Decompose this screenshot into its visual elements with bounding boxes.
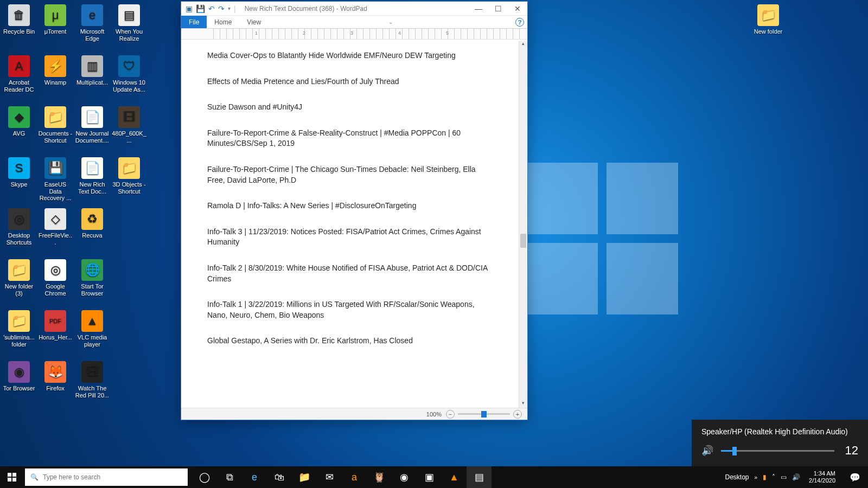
desktop-icon[interactable]: eMicrosoft Edge bbox=[75, 4, 110, 42]
desktop-icon[interactable]: 🎞480P_600K_... bbox=[112, 106, 146, 144]
help-button[interactable]: ? bbox=[515, 18, 524, 27]
taskbar-app-wordpad[interactable]: ▤ bbox=[467, 466, 492, 488]
document-paragraph[interactable]: Info-Talk 3 | 11/23/2019: Notices Posted… bbox=[207, 227, 489, 248]
desktop-icon[interactable]: 📁Documents - Shortcut bbox=[38, 106, 73, 144]
icon-glyph: 🛡 bbox=[118, 55, 140, 77]
qat-redo-icon[interactable]: ↷ bbox=[218, 4, 225, 13]
desktop-icon[interactable]: SSkype bbox=[2, 157, 36, 188]
taskbar-app-generic-circle[interactable]: ◉ bbox=[392, 466, 417, 488]
taskbar-app-mail[interactable]: ✉ bbox=[317, 466, 342, 488]
taskbar[interactable]: 🔍 Type here to search ◯ ⧉ e 🛍 📁 ✉ a 🦉 ◉ … bbox=[0, 466, 868, 488]
desktop-icon[interactable]: 📁New folder bbox=[751, 4, 786, 35]
icon-glyph: ♻ bbox=[81, 208, 103, 230]
desktop-icon[interactable]: μμTorrent bbox=[38, 4, 73, 35]
vertical-scrollbar[interactable]: ▴ ▾ bbox=[519, 41, 527, 408]
document-paragraph[interactable]: Failure-To-Report-Crime | The Chicago Su… bbox=[207, 164, 489, 185]
scroll-up-button[interactable]: ▴ bbox=[519, 41, 527, 48]
desktop-icon[interactable]: 📄New Rich Text Doc... bbox=[75, 157, 110, 195]
desktop-icon[interactable]: 📁3D Objects - Shortcut bbox=[112, 157, 146, 195]
scroll-thumb[interactable] bbox=[520, 234, 526, 248]
cortana-icon[interactable]: ◯ bbox=[192, 466, 217, 488]
document-paragraph[interactable]: Failure-To-Report-Crime & False-Reality-… bbox=[207, 128, 489, 149]
icon-glyph: 🦊 bbox=[44, 361, 66, 383]
desktop-icon[interactable]: ◎Google Chrome bbox=[38, 259, 73, 297]
ruler[interactable]: 12345 bbox=[181, 29, 527, 40]
desktop-icon[interactable]: ⚡Winamp bbox=[38, 55, 73, 86]
desktop-icon[interactable]: ▥Multiplicat... bbox=[75, 55, 110, 86]
desktop-icon[interactable]: ◎Desktop Shortcuts bbox=[2, 208, 36, 246]
maximize-button[interactable]: ☐ bbox=[488, 2, 508, 16]
tray-app-icon[interactable]: ▮ bbox=[763, 473, 767, 481]
minimize-button[interactable]: — bbox=[469, 2, 488, 16]
document-paragraph[interactable]: Global Gestapo, A Series with Dr. Eric K… bbox=[207, 336, 489, 346]
desktop-icon[interactable]: AAcrobat Reader DC bbox=[2, 55, 36, 93]
qat-undo-icon[interactable]: ↶ bbox=[208, 4, 215, 13]
desktop-icon[interactable]: 🦊Firefox bbox=[38, 361, 73, 392]
tray-desktop-label[interactable]: Desktop bbox=[725, 473, 749, 481]
desktop-icon[interactable]: ▲VLC media player bbox=[75, 310, 110, 348]
icon-label: Watch The Red Pill 20... bbox=[75, 385, 110, 399]
ruler-number: 1 bbox=[255, 30, 258, 36]
zoom-slider[interactable] bbox=[458, 413, 510, 415]
desktop-icon[interactable]: ◉Tor Browser bbox=[2, 361, 36, 392]
taskbar-app-vlc[interactable]: ▲ bbox=[442, 466, 467, 488]
wordpad-window[interactable]: ▣ 💾 ↶ ↷ ▾ | New Rich Text Document (368)… bbox=[181, 1, 528, 420]
tab-home[interactable]: Home bbox=[207, 16, 239, 28]
icon-glyph: ◉ bbox=[8, 361, 30, 383]
icon-label: EaseUS Data Recovery ... bbox=[38, 181, 73, 202]
desktop-icon[interactable]: 💾EaseUS Data Recovery ... bbox=[38, 157, 73, 202]
scroll-down-button[interactable]: ▾ bbox=[519, 400, 527, 408]
document-paragraph[interactable]: Ramola D | Info-Talks: A New Series | #D… bbox=[207, 201, 489, 211]
desktop-icon[interactable]: ◇FreeFileVie... bbox=[38, 208, 73, 246]
desktop-icon[interactable]: 🗑Recycle Bin bbox=[2, 4, 36, 35]
tray-chevron-icon[interactable]: » bbox=[755, 474, 758, 480]
taskbar-app-store[interactable]: 🛍 bbox=[267, 466, 292, 488]
ribbon-collapse-icon[interactable]: ⌄ bbox=[388, 19, 396, 25]
taskbar-app-amazon[interactable]: a bbox=[342, 466, 367, 488]
desktop-icon[interactable]: 🎞Watch The Red Pill 20... bbox=[75, 361, 110, 399]
desktop-icon[interactable]: 🛡Windows 10 Update As... bbox=[112, 55, 146, 93]
zoom-out-button[interactable]: − bbox=[446, 410, 455, 419]
tray-overflow-icon[interactable]: ˄ bbox=[772, 473, 775, 481]
document-paragraph[interactable]: Effects of Media Pretence and Lies/Fourt… bbox=[207, 76, 489, 87]
document-area[interactable]: Media Cover-Ops to Blatantly Hide Worldw… bbox=[181, 41, 519, 408]
tab-view[interactable]: View bbox=[239, 16, 269, 28]
qat-save-icon[interactable]: 💾 bbox=[196, 4, 205, 13]
desktop-icon[interactable]: 📄New Journal Document.... bbox=[75, 106, 110, 144]
document-paragraph[interactable]: Info-Talk 1 | 3/22/2019: Millions in US … bbox=[207, 299, 489, 320]
tray-volume-icon[interactable]: 🔊 bbox=[792, 473, 800, 481]
desktop-icon[interactable]: 📁New folder (3) bbox=[2, 259, 36, 297]
taskbar-app-edge[interactable]: e bbox=[242, 466, 267, 488]
speaker-icon[interactable]: 🔊 bbox=[701, 445, 713, 457]
desktop-icon[interactable]: 📁'sublimina... folder bbox=[2, 310, 36, 348]
action-center-icon[interactable]: 💬 bbox=[844, 466, 866, 488]
tray-clock[interactable]: 1:34 AM 2/14/2020 bbox=[806, 470, 839, 484]
volume-flyout[interactable]: Speaker/HP (Realtek High Definition Audi… bbox=[692, 420, 868, 467]
desktop-icon[interactable]: 🌐Start Tor Browser bbox=[75, 259, 110, 297]
document-paragraph[interactable]: Media Cover-Ops to Blatantly Hide Worldw… bbox=[207, 50, 489, 61]
zoom-in-button[interactable]: + bbox=[513, 410, 522, 419]
taskbar-search[interactable]: 🔍 Type here to search bbox=[25, 468, 188, 486]
desktop[interactable]: 🗑Recycle BinAAcrobat Reader DC◆AVGSSkype… bbox=[0, 0, 868, 488]
desktop-icon[interactable]: ♻Recuva bbox=[75, 208, 110, 239]
start-button[interactable] bbox=[0, 466, 24, 488]
icon-label: 3D Objects - Shortcut bbox=[112, 181, 146, 195]
desktop-icon[interactable]: PDFHorus_Her... bbox=[38, 310, 73, 341]
icon-label: Multiplicat... bbox=[75, 79, 110, 86]
desktop-icon[interactable]: ◆AVG bbox=[2, 106, 36, 137]
taskbar-app-tripadvisor[interactable]: 🦉 bbox=[367, 466, 392, 488]
task-view-icon[interactable]: ⧉ bbox=[217, 466, 242, 488]
titlebar[interactable]: ▣ 💾 ↶ ↷ ▾ | New Rich Text Document (368)… bbox=[181, 2, 527, 16]
icon-glyph: 📁 bbox=[757, 4, 779, 26]
taskbar-app-explorer[interactable]: 📁 bbox=[292, 466, 317, 488]
document-paragraph[interactable]: Info-Talk 2 | 8/30/2019: White House Not… bbox=[207, 263, 489, 284]
document-paragraph[interactable]: Suzie Dawson and #Unity4J bbox=[207, 102, 489, 113]
close-button[interactable]: ✕ bbox=[508, 2, 527, 16]
tab-file[interactable]: File bbox=[181, 16, 207, 28]
qat-dropdown-icon[interactable]: ▾ bbox=[228, 5, 231, 11]
icon-glyph: ▥ bbox=[81, 55, 103, 77]
taskbar-app-generic-square[interactable]: ▣ bbox=[417, 466, 442, 488]
tray-network-icon[interactable]: ▭ bbox=[781, 473, 787, 481]
volume-slider[interactable] bbox=[721, 450, 834, 452]
desktop-icon[interactable]: ▤When You Realize bbox=[112, 4, 146, 42]
